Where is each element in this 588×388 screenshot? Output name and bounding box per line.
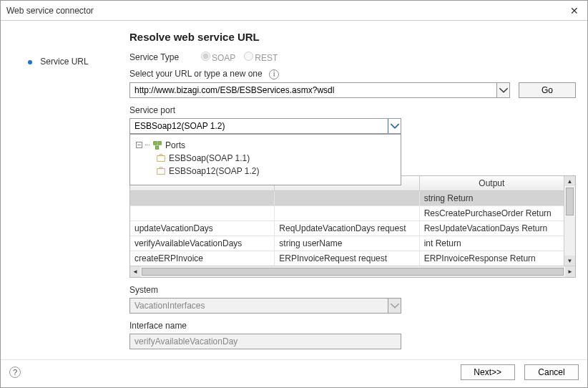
nav-item-label: Service URL [40,57,88,67]
scroll-down-icon[interactable]: ▼ [564,256,575,266]
help-icon[interactable]: ? [9,367,21,378]
cell: updateVacationDays [130,221,275,236]
cell: string Return [420,191,564,205]
service-type-label: Service Type [129,52,201,62]
window-title: Web service connector [6,6,94,16]
interface-label: Interface name [129,321,576,331]
cell: ResCreatePurchaseOrder Return [420,206,564,220]
chevron-down-icon[interactable] [496,83,509,97]
port-icon [156,166,166,176]
svg-rect-3 [157,155,165,161]
scroll-left-icon[interactable]: ◄ [130,266,140,277]
interface-field: Interface name [129,321,576,349]
info-icon[interactable]: i [269,69,279,79]
title-bar: Web service connector ✕ [1,1,587,21]
url-input[interactable] [130,83,496,97]
url-combo[interactable] [129,82,510,98]
radio-soap[interactable]: SOAP [201,52,235,63]
radio-rest[interactable]: REST [244,52,278,63]
system-combo[interactable] [129,298,401,314]
cell [130,191,275,205]
col-header-output[interactable]: Output [420,176,564,190]
cell: string userName [275,236,419,251]
url-label-row: Select your URL or type a new one i [129,69,576,79]
nav-item-service-url[interactable]: Service URL [28,57,129,67]
cell: ERPInvoiceRequest request [275,251,419,266]
scroll-track[interactable] [140,266,565,277]
cancel-button[interactable]: Cancel [524,364,579,380]
port-combo[interactable] [129,118,401,134]
table-row[interactable]: updateVacationDays ReqUpdateVacationDays… [130,221,564,236]
main-area: Service URL Resolve web service URL Serv… [1,21,587,359]
table-row[interactable]: verifyAvailableVacationDays string userN… [130,236,564,251]
go-button[interactable]: Go [519,82,576,98]
scroll-track[interactable] [564,186,575,256]
next-button[interactable]: Next>> [461,364,515,380]
tree-item-label: ESBSoap12(SOAP 1.2) [169,166,260,176]
cell: ReqUpdateVacationDays request [275,221,419,236]
port-dropdown[interactable]: − Ports ESBSoap(SOAP 1.1) ESBSoap12(SOAP… [129,134,401,185]
interface-input[interactable] [130,334,401,349]
service-type-radios: SOAP REST [201,52,278,63]
radio-soap-label: SOAP [212,53,235,63]
svg-rect-4 [157,168,165,174]
ports-icon [152,140,162,150]
operations-table: Output string Return ResCreatePurchaseOr… [129,175,576,278]
close-icon[interactable]: ✕ [567,5,582,16]
system-label: System [129,285,576,295]
cell: int Return [420,236,564,251]
table-body: string Return ResCreatePurchaseOrder Ret… [130,191,564,266]
chevron-down-icon[interactable] [388,119,401,133]
port-icon [156,153,166,163]
svg-rect-0 [154,141,157,144]
port-wrap: − Ports ESBSoap(SOAP 1.1) ESBSoap12(SOAP… [129,118,576,134]
scroll-thumb[interactable] [142,268,564,276]
cell [275,191,419,205]
tree-item[interactable]: ESBSoap12(SOAP 1.2) [134,165,396,178]
port-label: Service port [129,105,576,115]
radio-rest-label: REST [255,53,278,63]
tree-item-label: ESBSoap(SOAP 1.1) [169,153,250,163]
scroll-thumb[interactable] [566,188,574,215]
scroll-up-icon[interactable]: ▲ [564,176,575,186]
cell: ResUpdateVacationDays Return [420,221,564,236]
cell [275,206,419,220]
url-label: Select your URL or type a new one [129,69,263,79]
svg-rect-2 [155,145,158,148]
collapse-icon[interactable]: − [136,142,142,148]
port-input[interactable] [130,119,388,133]
cell: createERPInvoice [130,251,275,266]
horizontal-scrollbar[interactable]: ◄ ► [130,266,575,277]
service-type-row: Service Type SOAP REST [129,52,576,63]
chevron-down-icon[interactable] [388,299,401,313]
cell: verifyAvailableVacationDays [130,236,275,251]
table-row[interactable]: ResCreatePurchaseOrder Return [130,206,564,221]
tree-root-label: Ports [165,140,185,150]
footer: ? Next>> Cancel [1,359,587,387]
tree-root[interactable]: − Ports [134,139,396,152]
vertical-scrollbar[interactable]: ▲ ▼ [564,176,575,266]
cell [130,206,275,220]
interface-input-wrap [129,334,401,349]
url-row: Go [129,82,576,98]
left-nav: Service URL [8,26,129,357]
table-row[interactable]: string Return [130,191,564,206]
system-field: System [129,285,576,314]
svg-rect-1 [158,141,161,144]
section-title: Resolve web service URL [129,31,576,43]
scroll-right-icon[interactable]: ► [565,266,575,277]
table-row[interactable]: createERPInvoice ERPInvoiceRequest reque… [130,251,564,266]
system-input[interactable] [130,299,388,313]
bullet-icon [28,60,32,64]
cell: ERPInvoiceResponse Return [420,251,564,266]
footer-buttons: Next>> Cancel [454,364,579,380]
content-panel: Resolve web service URL Service Type SOA… [129,26,580,357]
tree-item[interactable]: ESBSoap(SOAP 1.1) [134,152,396,165]
